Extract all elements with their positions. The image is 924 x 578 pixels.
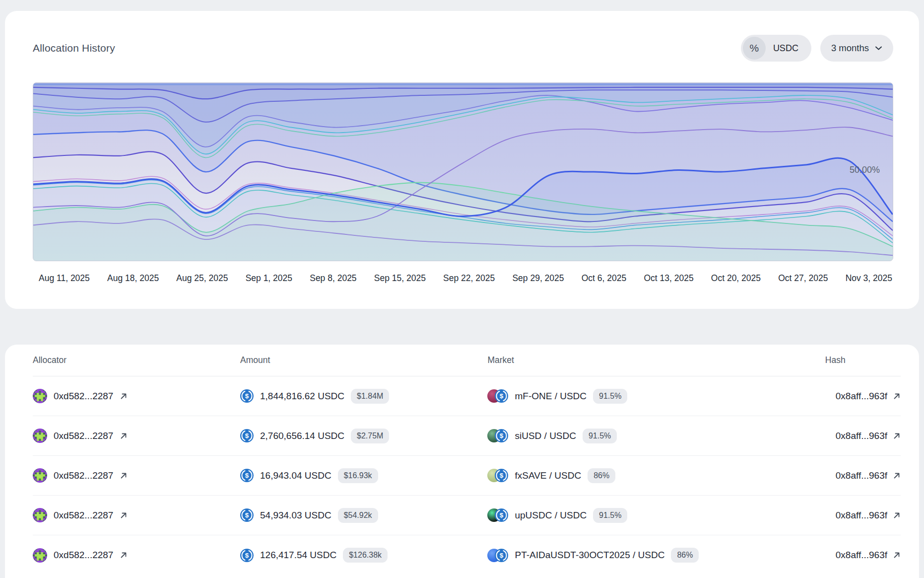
chart-controls: % USDC 3 months [741,35,893,62]
allocator-avatar [33,468,47,483]
x-axis-label: Sep 1, 2025 [246,273,292,284]
amount-cell: $ 1,844,816.62 USDC $1.84M [240,389,487,404]
column-header-hash: Hash [825,355,901,365]
external-link-icon[interactable] [893,551,901,559]
amount-cell: $ 2,760,656.14 USDC $2.75M [240,429,487,443]
market-cell: $ siUSD / USDC 91.5% [487,429,825,443]
external-link-icon[interactable] [893,511,901,519]
svg-text:$: $ [245,432,249,439]
market-cell: $ fxSAVE / USDC 86% [487,468,825,483]
chevron-down-icon [875,46,882,51]
amount-usd-badge: $1.84M [351,389,389,404]
page-title: Allocation History [33,42,115,54]
chart-header: Allocation History % USDC 3 months [33,35,893,62]
allocator-address: 0xd582...2287 [54,391,113,402]
external-link-icon[interactable] [120,551,128,559]
market-token-icons: $ [487,508,508,522]
hash-cell: 0x8aff...963f [825,470,901,481]
market-cell: $ PT-AIDaUSDT-30OCT2025 / USDC 86% [487,548,825,563]
market-name: PT-AIDaUSDT-30OCT2025 / USDC [515,550,664,561]
x-axis-label: Nov 3, 2025 [846,273,892,284]
table-body: 0xd582...2287 $ 1,844,816.62 USDC $1.84M… [33,376,901,575]
amount-value: 2,760,656.14 USDC [260,431,344,441]
amount-cell: $ 54,934.03 USDC $54.92k [240,508,487,523]
x-axis-label: Oct 6, 2025 [582,273,626,284]
x-axis-label: Sep 8, 2025 [310,273,356,284]
amount-value: 126,417.54 USDC [260,550,336,561]
allocation-stream-chart[interactable]: 50.00% [33,82,893,261]
external-link-icon[interactable] [120,392,128,400]
x-axis-label: Aug 11, 2025 [39,273,90,284]
hash-link[interactable]: 0x8aff...963f [836,470,887,481]
svg-text:$: $ [245,392,249,400]
hash-link[interactable]: 0x8aff...963f [836,431,887,441]
hash-link[interactable]: 0x8aff...963f [836,510,887,521]
svg-text:$: $ [245,511,249,519]
market-percent-badge: 86% [671,548,699,563]
x-axis-label: Sep 15, 2025 [374,273,426,284]
amount-usd-badge: $2.75M [351,429,389,443]
y-axis-label: 50.00% [850,165,880,175]
range-selector-label: 3 months [831,43,869,54]
stream-chart-canvas [33,83,893,261]
allocator-address: 0xd582...2287 [54,470,113,481]
hash-cell: 0x8aff...963f [825,391,901,402]
external-link-icon[interactable] [893,472,901,480]
market-percent-badge: 86% [588,468,615,483]
svg-text:$: $ [500,432,504,439]
unit-toggle-label[interactable]: USDC [773,43,798,54]
table-row: 0xd582...2287 $ 2,760,656.14 USDC $2.75M… [33,416,901,456]
column-header-allocator: Allocator [33,355,240,365]
amount-value: 54,934.03 USDC [260,510,331,521]
market-name: upUSDC / USDC [515,510,587,521]
usdc-icon: $ [240,429,254,442]
table-row: 0xd582...2287 $ 1,844,816.62 USDC $1.84M… [33,376,901,416]
allocator-avatar [33,429,47,443]
external-link-icon[interactable] [893,432,901,440]
column-header-amount: Amount [240,355,487,365]
usdc-icon: $ [240,549,254,562]
allocator-address: 0xd582...2287 [54,550,113,561]
market-token-icons: $ [487,429,508,442]
external-link-icon[interactable] [120,472,128,480]
usdc-icon: $ [495,389,508,403]
x-axis-label: Sep 22, 2025 [443,273,495,284]
x-axis-label: Sep 29, 2025 [512,273,564,284]
svg-text:$: $ [500,552,504,559]
allocator-avatar [33,508,47,522]
x-axis-label: Aug 25, 2025 [176,273,228,284]
hash-link[interactable]: 0x8aff...963f [836,550,887,561]
external-link-icon[interactable] [120,511,128,519]
amount-value: 1,844,816.62 USDC [260,391,344,402]
range-selector[interactable]: 3 months [820,35,893,62]
usdc-icon: $ [495,469,508,482]
table-row: 0xd582...2287 $ 54,934.03 USDC $54.92k $… [33,496,901,535]
market-token-icons: $ [487,389,508,403]
market-cell: $ mF-ONE / USDC 91.5% [487,389,825,404]
market-name: mF-ONE / USDC [515,391,587,402]
column-header-market: Market [487,355,825,365]
market-name: siUSD / USDC [515,431,576,441]
svg-text:$: $ [500,511,504,519]
percent-icon[interactable]: % [743,37,766,60]
usdc-icon: $ [240,508,254,522]
allocator-avatar [33,389,47,403]
x-axis-label: Oct 27, 2025 [778,273,828,284]
usdc-icon: $ [240,389,254,403]
x-axis-label: Oct 13, 2025 [644,273,693,284]
external-link-icon[interactable] [893,392,901,400]
external-link-icon[interactable] [120,432,128,440]
market-percent-badge: 91.5% [593,389,627,404]
allocator-cell: 0xd582...2287 [33,429,240,443]
unit-toggle[interactable]: % USDC [741,35,811,62]
hash-link[interactable]: 0x8aff...963f [836,391,887,402]
allocator-cell: 0xd582...2287 [33,508,240,522]
market-percent-badge: 91.5% [593,508,627,523]
amount-cell: $ 126,417.54 USDC $126.38k [240,548,487,563]
amount-usd-badge: $54.92k [338,508,378,523]
market-token-icons: $ [487,549,508,562]
amount-usd-badge: $126.38k [343,548,388,563]
svg-text:$: $ [500,472,504,479]
x-axis-label: Aug 18, 2025 [107,273,159,284]
market-name: fxSAVE / USDC [515,470,581,481]
